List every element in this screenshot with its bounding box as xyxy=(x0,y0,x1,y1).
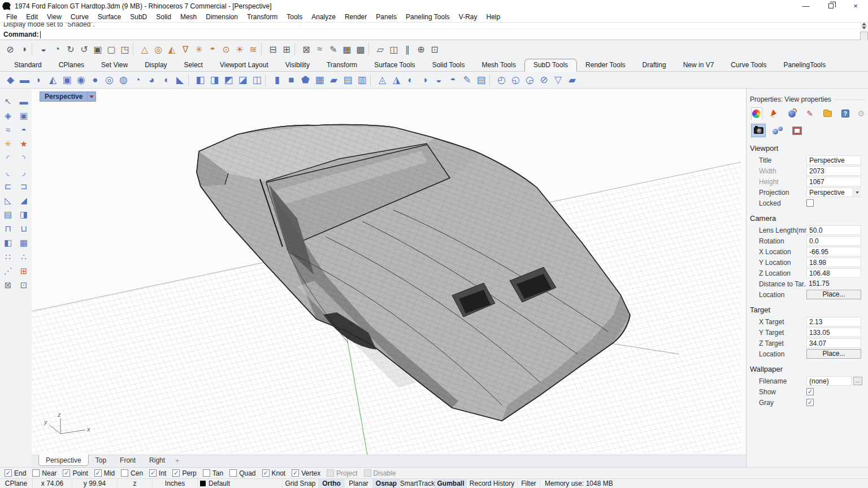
toolbar-icon[interactable]: ◭ xyxy=(165,42,179,56)
wallpaper-gray-checkbox[interactable] xyxy=(806,399,814,406)
scroll-up-icon[interactable] xyxy=(862,23,866,25)
toolbar-icon[interactable]: ⊡ xyxy=(428,42,441,56)
toolbar-icon[interactable]: ≋ xyxy=(246,42,260,56)
toolbar-icon[interactable]: ∇ xyxy=(179,42,192,56)
subd-tool-icon[interactable]: ⊘ xyxy=(537,73,551,87)
status-cell[interactable]: Osnap xyxy=(373,479,400,488)
status-cell[interactable]: Memory use: 1048 MB xyxy=(540,479,868,488)
subd-tool-icon[interactable] xyxy=(265,74,269,86)
subd-tool-icon[interactable]: ▤ xyxy=(341,73,355,87)
subd-tool-icon[interactable]: ◉ xyxy=(74,73,88,87)
sidebar-tool-icon[interactable]: ⊠ xyxy=(1,278,15,292)
toolbar-tab[interactable]: Viewport Layout xyxy=(211,59,277,71)
subd-tool-icon[interactable]: ◴ xyxy=(494,73,509,87)
sidebar-tool-icon[interactable]: ▬ xyxy=(16,94,31,108)
subd-tool-icon[interactable] xyxy=(370,74,374,86)
menu-item[interactable]: Help xyxy=(482,13,505,21)
viewport-menu-arrow[interactable] xyxy=(87,92,96,101)
camera-place-button[interactable]: Place... xyxy=(806,290,861,299)
subd-tool-icon[interactable]: ▰ xyxy=(565,73,579,87)
status-cell[interactable]: Filter xyxy=(518,479,540,488)
toolbar-icon[interactable]: ⊠ xyxy=(300,42,313,56)
toolbar-icon[interactable] xyxy=(294,43,298,55)
subd-tool-icon[interactable]: ◆ xyxy=(3,73,18,87)
sidebar-tool-icon[interactable]: ⋰ xyxy=(1,264,15,278)
checkbox-icon[interactable] xyxy=(121,469,128,477)
osnap-toggle[interactable]: Knot xyxy=(262,469,286,477)
toolbar-icon[interactable]: ≈ xyxy=(313,42,327,56)
menu-item[interactable]: Surface xyxy=(93,13,125,21)
toolbar-tab[interactable]: Surface Tools xyxy=(366,59,424,71)
subd-tool-icon[interactable]: ● xyxy=(88,73,102,87)
subd-tool-icon[interactable]: ◪ xyxy=(236,73,250,87)
status-cell[interactable]: Grid Snap xyxy=(283,479,319,488)
viewport-tab[interactable]: Top xyxy=(89,455,113,466)
wallpaper-subtab[interactable] xyxy=(789,124,804,137)
sidebar-tool-icon[interactable]: ◓ xyxy=(16,123,31,137)
subd-tool-icon[interactable]: ◔ xyxy=(131,73,145,87)
osnap-toggle[interactable]: Mid xyxy=(94,469,115,477)
sidebar-tool-icon[interactable]: ⊞ xyxy=(16,264,31,278)
browse-button[interactable]: ... xyxy=(853,377,862,385)
sidebar-tool-icon[interactable]: ∷ xyxy=(1,250,15,264)
subd-tool-icon[interactable] xyxy=(489,74,493,86)
subd-tool-icon[interactable]: ◖ xyxy=(159,73,173,87)
viewport-tab[interactable]: Right xyxy=(142,455,172,466)
close-button[interactable]: × xyxy=(843,0,868,12)
checkbox-icon[interactable] xyxy=(63,469,70,477)
status-cell[interactable]: Default xyxy=(198,479,283,488)
subd-tool-icon[interactable]: ◶ xyxy=(523,73,537,87)
viewport-tab[interactable]: Front xyxy=(113,455,142,466)
toolbar-icon[interactable] xyxy=(133,43,137,55)
toolbar-icon[interactable]: ◓ xyxy=(206,42,219,56)
sidebar-tool-icon[interactable]: ≈ xyxy=(1,123,15,137)
checkbox-icon[interactable] xyxy=(292,469,299,477)
osnap-toggle[interactable]: Project xyxy=(327,469,357,477)
viewport-canvas[interactable]: z y x xyxy=(32,89,746,455)
new-viewport-icon[interactable]: + xyxy=(175,455,180,465)
command-bar[interactable]: Command: xyxy=(0,29,860,40)
menu-item[interactable]: Render xyxy=(340,13,371,21)
perspective-viewport[interactable]: z y x Perspective Perspective Top Front … xyxy=(32,89,746,467)
toolbar-icon[interactable]: ⊕ xyxy=(414,42,428,56)
subd-tool-icon[interactable]: ⬟ xyxy=(298,73,313,87)
osnap-toggle[interactable]: Vertex xyxy=(292,469,320,477)
subd-tool-icon[interactable]: ◗ xyxy=(32,73,46,87)
wallpaper-filename-field[interactable]: (none) xyxy=(806,376,852,386)
restore-button[interactable] xyxy=(818,0,843,12)
menu-item[interactable]: View xyxy=(42,13,66,21)
toolbar-icon[interactable]: ◫ xyxy=(387,42,401,56)
subd-tool-icon[interactable]: ▥ xyxy=(355,73,369,87)
subd-tool-icon[interactable]: ◮ xyxy=(389,73,403,87)
toolbar-tab[interactable]: Transform xyxy=(318,59,366,71)
checkbox-icon[interactable] xyxy=(327,469,334,477)
subd-tool-icon[interactable]: ◐ xyxy=(403,73,418,87)
sidebar-tool-icon[interactable]: ⊏ xyxy=(1,179,15,193)
menu-item[interactable]: Mesh xyxy=(176,13,201,21)
wallpaper-show-checkbox[interactable] xyxy=(806,388,814,395)
subd-tool-icon[interactable]: ◧ xyxy=(193,73,207,87)
subd-tool-icon[interactable]: ◵ xyxy=(509,73,523,87)
toolbar-icon[interactable]: ◳ xyxy=(118,42,132,56)
toolbar-icon[interactable]: △ xyxy=(138,42,151,56)
subd-tool-icon[interactable]: ◎ xyxy=(102,73,116,87)
toolbar-icon[interactable]: ⊘ xyxy=(3,42,17,56)
toolbar-tab[interactable]: Solid Tools xyxy=(424,59,474,71)
viewport-title-menu[interactable]: Perspective xyxy=(40,91,96,102)
menu-item[interactable]: File xyxy=(2,13,21,21)
menu-item[interactable]: Tools xyxy=(282,13,307,21)
status-cell[interactable]: z xyxy=(118,479,153,488)
lens-length-field[interactable]: 50.0 xyxy=(806,225,861,235)
sidebar-tool-icon[interactable]: ✳ xyxy=(1,137,15,151)
toolbar-tab[interactable]: Mesh Tools xyxy=(473,59,524,71)
menu-item[interactable]: Panels xyxy=(371,13,401,21)
sidebar-tool-icon[interactable]: ∴ xyxy=(16,250,31,264)
menu-item[interactable]: Paneling Tools xyxy=(401,13,454,21)
toolbar-icon[interactable]: ↻ xyxy=(64,42,77,56)
menu-item[interactable]: Dimension xyxy=(201,13,242,21)
subd-tool-icon[interactable]: ◫ xyxy=(250,73,264,87)
toolbar-icon[interactable]: ⊙ xyxy=(219,42,233,56)
scroll-down-icon[interactable] xyxy=(862,27,866,29)
sidebar-tool-icon[interactable]: ◺ xyxy=(1,193,15,207)
checkbox-icon[interactable] xyxy=(149,469,157,477)
